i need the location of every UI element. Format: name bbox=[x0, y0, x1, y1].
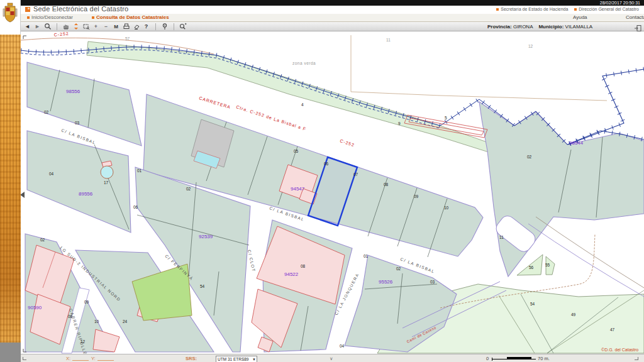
scale-distance: 70 m. bbox=[538, 356, 550, 361]
y-label: Y: bbox=[91, 356, 96, 361]
map-label: 05 bbox=[294, 149, 299, 153]
search-parcel-button[interactable] bbox=[178, 23, 187, 31]
map-label: 10 bbox=[94, 319, 99, 324]
search-map-icon bbox=[179, 23, 187, 30]
exit-door-icon bbox=[634, 25, 641, 32]
tab-home[interactable]: Inicio/Desconectar bbox=[27, 14, 74, 20]
map-label: 5 bbox=[445, 116, 447, 120]
map-label: 95526 bbox=[379, 279, 393, 285]
measure-button[interactable]: M bbox=[111, 23, 121, 31]
map-label: zona verda bbox=[292, 61, 316, 65]
print-button[interactable] bbox=[121, 23, 131, 31]
map-label: 98556 bbox=[66, 89, 80, 94]
map-label: 11 bbox=[499, 235, 504, 239]
map-label: 10 bbox=[444, 206, 449, 210]
map-label: 9 bbox=[398, 121, 401, 126]
map-label: 04 bbox=[340, 344, 345, 348]
map-label: 01 bbox=[137, 168, 142, 173]
up-down-arrows-icon bbox=[73, 23, 79, 30]
map-label: 08 bbox=[301, 264, 306, 268]
link-catastro[interactable]: Dirección General del Catastro bbox=[579, 7, 639, 11]
cadastral-map[interactable]: 9855689556945479253994522955269059098544… bbox=[0, 0, 644, 362]
zoom-in-button[interactable]: + bbox=[91, 23, 101, 31]
scale-bar-tick bbox=[492, 358, 492, 361]
zoom-out-button[interactable]: − bbox=[101, 23, 111, 31]
map-label: 02 bbox=[186, 187, 191, 191]
map-label: 06 bbox=[324, 162, 329, 166]
location-info: Provincia: GIRONA Municipio: VILAMALLA bbox=[487, 24, 592, 30]
municipality-value: VILAMALLA bbox=[565, 24, 593, 30]
map-label: 09 bbox=[414, 194, 419, 199]
map-label: 11 bbox=[386, 38, 391, 42]
chevron-down-icon: ▼ bbox=[252, 357, 256, 362]
zoom-window-button[interactable] bbox=[43, 23, 52, 31]
pan-left-arrow[interactable] bbox=[20, 192, 25, 198]
corner-mark-topleft bbox=[23, 36, 26, 39]
forward-button[interactable]: ► bbox=[33, 23, 42, 31]
map-copyright: ©D.G. del Catastro bbox=[601, 348, 638, 352]
catastro-logo-icon bbox=[25, 7, 30, 12]
map-label: 94522 bbox=[284, 272, 299, 277]
scale-bar-thick bbox=[507, 357, 531, 359]
header-links: Secretaría de Estado de Hacienda Direcci… bbox=[491, 7, 639, 11]
tab-consulta-datos[interactable]: Consulta de Datos Catastrales bbox=[87, 14, 169, 20]
srs-select[interactable]: UTM 31 ETRS89▼ bbox=[216, 356, 257, 362]
map-label: 01 bbox=[364, 254, 369, 258]
map-label: 89556 bbox=[79, 191, 93, 197]
bullet-icon bbox=[92, 16, 94, 19]
pan-button[interactable] bbox=[61, 23, 70, 31]
bullet-icon bbox=[574, 8, 577, 11]
map-label: 54 bbox=[530, 302, 535, 306]
link-hacienda[interactable]: Secretaría de Estado de Hacienda bbox=[501, 7, 568, 11]
map-label: 4 bbox=[301, 102, 304, 107]
map-label: 07 bbox=[353, 172, 358, 177]
block-98556[interactable] bbox=[27, 62, 142, 146]
corner-mark bbox=[635, 357, 638, 360]
info-pin-icon bbox=[161, 23, 169, 30]
contact-link[interactable]: Contactar bbox=[626, 14, 644, 21]
y-coordinate-field[interactable] bbox=[97, 356, 114, 361]
vertical-move-button[interactable] bbox=[71, 23, 80, 31]
bullet-icon bbox=[496, 8, 499, 11]
divider bbox=[155, 23, 156, 30]
page-title: Sede Electrónica del Catastro bbox=[33, 5, 128, 13]
divider bbox=[174, 23, 174, 30]
map-label: CARRETERA bbox=[199, 96, 231, 109]
select-area-button[interactable] bbox=[81, 23, 91, 31]
map-label: 02 bbox=[396, 266, 401, 271]
map-label: 02 bbox=[40, 238, 45, 242]
block-98544[interactable] bbox=[479, 102, 644, 277]
pan-down-arrow[interactable]: ∨ bbox=[330, 356, 333, 361]
map-label: 12 bbox=[528, 44, 533, 48]
map-label: 08 bbox=[384, 182, 389, 187]
x-coordinate-field[interactable] bbox=[72, 356, 89, 361]
help-button[interactable]: ? bbox=[142, 23, 151, 31]
map-label: 09 bbox=[84, 300, 89, 304]
crest-logo bbox=[0, 0, 21, 35]
map-label: 03 bbox=[430, 280, 435, 284]
selection-rect-icon bbox=[82, 23, 90, 30]
map-label: C-252 bbox=[53, 31, 69, 37]
status-bar: X: Y: SRS: UTM 31 ETRS89▼ ∨ 0 70 m. bbox=[21, 354, 644, 362]
eraser-icon bbox=[133, 23, 140, 30]
bullet-icon bbox=[27, 16, 30, 19]
info-point-button[interactable] bbox=[160, 23, 169, 31]
block-89556[interactable] bbox=[27, 131, 131, 233]
help-link[interactable]: Ayuda bbox=[573, 14, 587, 21]
map-label: C/ CLOT bbox=[247, 250, 256, 273]
exit-button[interactable] bbox=[634, 23, 641, 35]
back-button[interactable]: ◄ bbox=[23, 23, 32, 31]
spain-crest-icon bbox=[3, 3, 18, 25]
map-label: 17 bbox=[104, 180, 109, 185]
srs-label: SRS: bbox=[186, 356, 197, 361]
map-label: 56 bbox=[529, 265, 534, 270]
hand-icon bbox=[62, 23, 70, 30]
corner-mark bbox=[23, 357, 26, 360]
tab-row: Inicio/Desconectar Consulta de Datos Cat… bbox=[21, 14, 644, 22]
map-label: 94547 bbox=[291, 186, 305, 192]
map-label: C-252 bbox=[340, 138, 355, 147]
erase-button[interactable] bbox=[131, 23, 141, 31]
map-label: 90590 bbox=[28, 305, 42, 310]
map-label: Ctra. C-252 de La Bisbal a F bbox=[236, 104, 307, 131]
map-label: 98544 bbox=[569, 140, 584, 146]
